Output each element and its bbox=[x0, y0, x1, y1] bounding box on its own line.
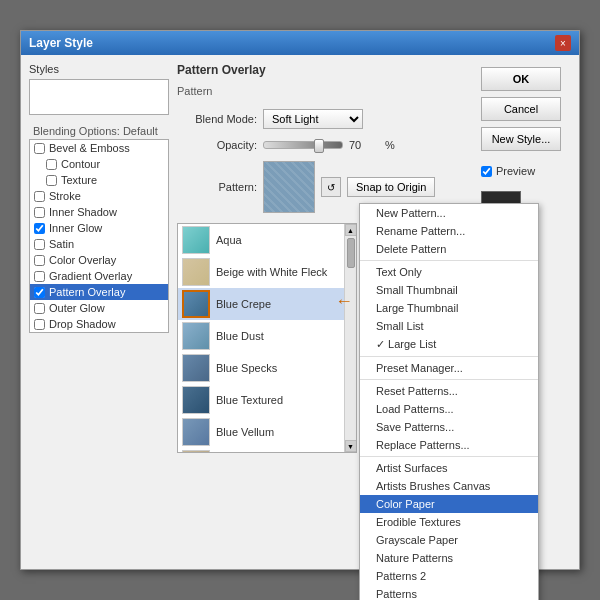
pattern-overlay-checkbox[interactable] bbox=[34, 287, 45, 298]
drop-shadow-checkbox[interactable] bbox=[34, 319, 45, 330]
layer-item-inner-shadow[interactable]: Inner Shadow bbox=[30, 204, 168, 220]
pattern-list-section: Aqua Beige with White Fleck Blue Crepe bbox=[177, 223, 473, 453]
section-subtitle: Pattern bbox=[177, 85, 473, 97]
context-large-list[interactable]: Large List bbox=[360, 335, 538, 354]
layer-item-inner-glow[interactable]: Inner Glow bbox=[30, 220, 168, 236]
scroll-down-button[interactable]: ▼ bbox=[345, 440, 357, 452]
inner-shadow-checkbox[interactable] bbox=[34, 207, 45, 218]
blend-mode-row: Blend Mode: Soft Light Normal Multiply S… bbox=[177, 109, 473, 129]
texture-checkbox[interactable] bbox=[46, 175, 57, 186]
layer-effects-list: Bevel & Emboss Contour Texture Stroke In… bbox=[29, 139, 169, 333]
context-delete-pattern[interactable]: Delete Pattern bbox=[360, 240, 538, 258]
context-large-thumbnail[interactable]: Large Thumbnail bbox=[360, 299, 538, 317]
context-patterns-2[interactable]: Patterns 2 bbox=[360, 567, 538, 585]
pattern-item-blue-specks[interactable]: Blue Specks bbox=[178, 352, 344, 384]
close-button[interactable]: × bbox=[555, 35, 571, 51]
layer-item-contour[interactable]: Contour bbox=[30, 156, 168, 172]
pattern-item-blue-dust[interactable]: Blue Dust bbox=[178, 320, 344, 352]
context-reset-patterns[interactable]: Reset Patterns... bbox=[360, 382, 538, 400]
opacity-label: Opacity: bbox=[177, 139, 257, 151]
texture-label: Texture bbox=[61, 174, 164, 186]
context-replace-patterns[interactable]: Replace Patterns... bbox=[360, 436, 538, 454]
inner-shadow-label: Inner Shadow bbox=[49, 206, 164, 218]
layer-item-color-overlay[interactable]: Color Overlay bbox=[30, 252, 168, 268]
separator-4 bbox=[360, 456, 538, 457]
left-panel: Styles Blending Options: Default Bevel &… bbox=[29, 63, 169, 561]
opacity-value: 70 bbox=[349, 139, 379, 151]
opacity-slider-thumb[interactable] bbox=[314, 139, 324, 153]
layer-item-texture[interactable]: Texture bbox=[30, 172, 168, 188]
context-color-paper[interactable]: Color Paper bbox=[360, 495, 538, 513]
opacity-slider-track[interactable] bbox=[263, 141, 343, 149]
scroll-up-button[interactable]: ▲ bbox=[345, 224, 357, 236]
inner-glow-label: Inner Glow bbox=[49, 222, 164, 234]
drop-shadow-label: Drop Shadow bbox=[49, 318, 164, 330]
context-artist-surfaces[interactable]: Artist Surfaces bbox=[360, 459, 538, 477]
layer-item-satin[interactable]: Satin bbox=[30, 236, 168, 252]
pattern-preview-swatch[interactable] bbox=[263, 161, 315, 213]
cancel-button[interactable]: Cancel bbox=[481, 97, 561, 121]
pattern-list-scrollbar[interactable]: ▲ ▼ bbox=[344, 224, 356, 452]
context-text-only[interactable]: Text Only bbox=[360, 263, 538, 281]
blue-specks-thumb bbox=[182, 354, 210, 382]
pattern-list[interactable]: Aqua Beige with White Fleck Blue Crepe bbox=[178, 224, 344, 452]
context-artists-brushes[interactable]: Artists Brushes Canvas bbox=[360, 477, 538, 495]
pattern-item-beige[interactable]: Beige with White Fleck bbox=[178, 256, 344, 288]
layer-item-stroke[interactable]: Stroke bbox=[30, 188, 168, 204]
context-small-thumbnail[interactable]: Small Thumbnail bbox=[360, 281, 538, 299]
context-nature-patterns[interactable]: Nature Patterns bbox=[360, 549, 538, 567]
context-grayscale-paper[interactable]: Grayscale Paper bbox=[360, 531, 538, 549]
gradient-overlay-checkbox[interactable] bbox=[34, 271, 45, 282]
context-new-pattern[interactable]: New Pattern... bbox=[360, 204, 538, 222]
preview-label: Preview bbox=[496, 165, 535, 177]
inner-glow-checkbox[interactable] bbox=[34, 223, 45, 234]
dialog-body: Styles Blending Options: Default Bevel &… bbox=[21, 55, 579, 569]
pattern-label: Pattern: bbox=[177, 181, 257, 193]
context-preset-manager[interactable]: Preset Manager... bbox=[360, 359, 538, 377]
stroke-checkbox[interactable] bbox=[34, 191, 45, 202]
separator-1 bbox=[360, 260, 538, 261]
separator-2 bbox=[360, 356, 538, 357]
context-patterns[interactable]: Patterns bbox=[360, 585, 538, 600]
outer-glow-checkbox[interactable] bbox=[34, 303, 45, 314]
buff-thumb bbox=[182, 450, 210, 452]
ok-button[interactable]: OK bbox=[481, 67, 561, 91]
context-small-list[interactable]: Small List bbox=[360, 317, 538, 335]
context-erodible-textures[interactable]: Erodible Textures bbox=[360, 513, 538, 531]
layer-item-drop-shadow[interactable]: Drop Shadow bbox=[30, 316, 168, 332]
contour-checkbox[interactable] bbox=[46, 159, 57, 170]
snap-to-origin-button[interactable]: Snap to Origin bbox=[347, 177, 435, 197]
pattern-item-blue-textured[interactable]: Blue Textured bbox=[178, 384, 344, 416]
pattern-overlay-label: Pattern Overlay bbox=[49, 286, 164, 298]
center-panel: Pattern Overlay Pattern Blend Mode: Soft… bbox=[177, 63, 473, 561]
section-title: Pattern Overlay bbox=[177, 63, 473, 77]
pattern-item-blue-vellum[interactable]: Blue Vellum bbox=[178, 416, 344, 448]
pattern-list-container: Aqua Beige with White Fleck Blue Crepe bbox=[177, 223, 357, 453]
layer-item-gradient-overlay[interactable]: Gradient Overlay bbox=[30, 268, 168, 284]
layer-style-dialog: Layer Style × Styles Blending Options: D… bbox=[20, 30, 580, 570]
pattern-item-blue-crepe[interactable]: Blue Crepe bbox=[178, 288, 344, 320]
color-overlay-checkbox[interactable] bbox=[34, 255, 45, 266]
pattern-list-body: Aqua Beige with White Fleck Blue Crepe bbox=[178, 224, 356, 452]
preview-checkbox[interactable] bbox=[481, 166, 492, 177]
blending-options-label: Blending Options: Default bbox=[29, 123, 169, 139]
pattern-item-aqua[interactable]: Aqua bbox=[178, 224, 344, 256]
styles-list[interactable] bbox=[29, 79, 169, 115]
blue-specks-label: Blue Specks bbox=[216, 362, 277, 374]
satin-checkbox[interactable] bbox=[34, 239, 45, 250]
blend-mode-select[interactable]: Soft Light Normal Multiply Screen Overla… bbox=[263, 109, 363, 129]
new-style-button[interactable]: New Style... bbox=[481, 127, 561, 151]
bevel-checkbox[interactable] bbox=[34, 143, 45, 154]
pattern-reset-icon[interactable]: ↺ bbox=[321, 177, 341, 197]
scroll-thumb[interactable] bbox=[347, 238, 355, 268]
blue-vellum-thumb bbox=[182, 418, 210, 446]
context-load-patterns[interactable]: Load Patterns... bbox=[360, 400, 538, 418]
bevel-label: Bevel & Emboss bbox=[49, 142, 164, 154]
context-save-patterns[interactable]: Save Patterns... bbox=[360, 418, 538, 436]
layer-item-pattern-overlay[interactable]: Pattern Overlay bbox=[30, 284, 168, 300]
layer-item-bevel[interactable]: Bevel & Emboss bbox=[30, 140, 168, 156]
context-rename-pattern[interactable]: Rename Pattern... bbox=[360, 222, 538, 240]
layer-item-outer-glow[interactable]: Outer Glow bbox=[30, 300, 168, 316]
gradient-overlay-label: Gradient Overlay bbox=[49, 270, 164, 282]
pattern-item-buff[interactable]: Buff Textured bbox=[178, 448, 344, 452]
